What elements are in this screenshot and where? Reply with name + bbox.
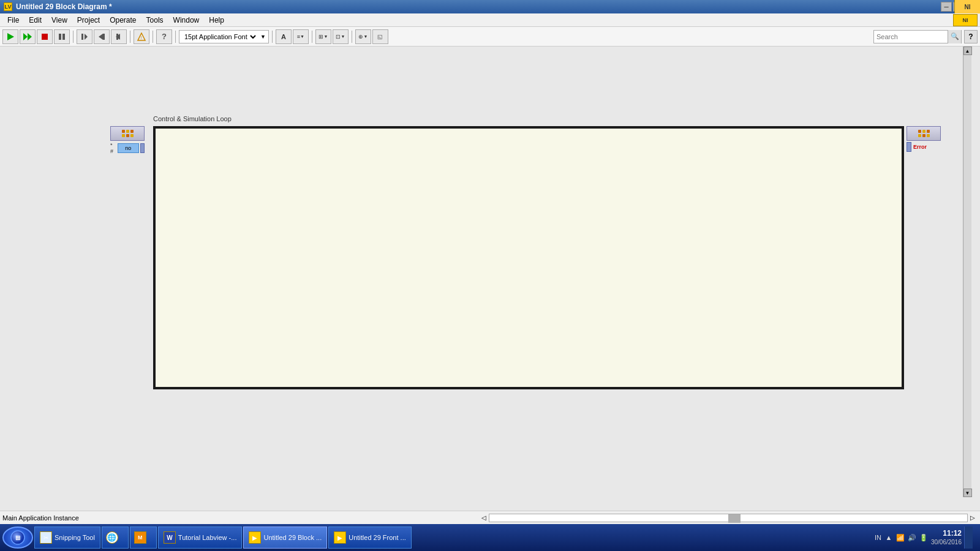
- main-canvas: Control & Simulation Loop: [0, 47, 980, 511]
- scroll-track[interactable]: [964, 55, 971, 489]
- taskbar-word[interactable]: W Tutorial Labview -...: [158, 527, 243, 549]
- matlab-icon: M: [134, 531, 146, 544]
- loop-body[interactable]: [153, 126, 904, 389]
- menu-tools[interactable]: Tools: [141, 15, 168, 26]
- search-input[interactable]: [874, 33, 948, 40]
- input-value-row: * # no: [110, 142, 145, 154]
- svg-marker-0: [7, 33, 14, 40]
- tray-sound-icon[interactable]: 🔊: [907, 533, 917, 542]
- abort-button[interactable]: [37, 29, 53, 44]
- svg-rect-5: [62, 34, 65, 40]
- step-into-button[interactable]: [77, 29, 92, 44]
- input-arrow: [140, 143, 145, 153]
- run-button[interactable]: [2, 29, 18, 44]
- ni-logo-menu: NI: [953, 14, 978, 26]
- taskbar-snipping-tool[interactable]: ✂ Snipping Tool: [34, 527, 100, 549]
- menu-edit[interactable]: Edit: [24, 15, 47, 26]
- labview-logo: NI: [954, 0, 980, 13]
- search-box[interactable]: 🔍: [873, 30, 962, 43]
- svg-text:!: !: [141, 36, 142, 40]
- word-icon: W: [164, 531, 176, 544]
- snipping-tool-icon: ✂: [40, 531, 52, 544]
- tray-power-icon[interactable]: 🔋: [919, 533, 929, 542]
- title-bar: LV Untitled 29 Block Diagram * ─ □ ✕ NI: [0, 0, 980, 13]
- language-indicator: IN: [875, 534, 881, 541]
- tray-arrow-icon[interactable]: ▲: [884, 533, 894, 542]
- svg-rect-11: [116, 34, 118, 40]
- input-value-box[interactable]: no: [118, 143, 139, 153]
- word-label: Tutorial Labview -...: [178, 534, 237, 541]
- tray-network-icon[interactable]: 📶: [895, 533, 905, 542]
- snipping-tool-label: Snipping Tool: [55, 534, 95, 541]
- font-select[interactable]: 15pt Application Font: [182, 32, 258, 41]
- distribute-button[interactable]: ⊡▼: [333, 29, 349, 44]
- toolbar-right: 🔍 ?: [873, 30, 978, 43]
- menu-operate[interactable]: Operate: [105, 15, 141, 26]
- separator-2: [130, 31, 130, 43]
- warning-button[interactable]: !: [134, 29, 149, 44]
- right-scrollbar[interactable]: ▲ ▼: [963, 47, 971, 497]
- scroll-up-arrow[interactable]: ▲: [963, 47, 972, 55]
- separator-6: [312, 31, 312, 43]
- svg-rect-3: [42, 34, 48, 40]
- run-continuously-button[interactable]: [20, 29, 36, 44]
- taskbar-chrome[interactable]: 🌐: [102, 527, 129, 549]
- search-icon[interactable]: 🔍: [948, 30, 961, 43]
- error-label: Error: [912, 143, 928, 151]
- status-scrollbar[interactable]: [489, 514, 968, 522]
- title-icon: LV: [4, 2, 12, 11]
- text-align-button[interactable]: ≡▼: [293, 29, 309, 44]
- status-text: Main Application Instance: [2, 514, 480, 522]
- svg-rect-7: [81, 34, 83, 40]
- step-out-button[interactable]: [111, 29, 127, 44]
- block-diagram-icon: ▶: [249, 531, 261, 544]
- context-help-button[interactable]: ?: [156, 29, 172, 44]
- svg-text:⊞: ⊞: [15, 534, 20, 541]
- menu-project[interactable]: Project: [72, 15, 105, 26]
- system-tray: IN ▲ 📶 🔊 🔋 11:12 30/06/2016: [870, 527, 978, 549]
- help-button[interactable]: ?: [964, 30, 978, 43]
- clock-time: 11:12: [931, 529, 962, 539]
- separator-4: [175, 31, 176, 43]
- front-panel-label: Untitled 29 Front ...: [349, 534, 406, 541]
- pause-button[interactable]: [54, 29, 70, 44]
- clock-date: 30/06/2016: [931, 538, 962, 546]
- show-desktop-button[interactable]: [964, 527, 973, 549]
- taskbar-block-diagram[interactable]: ▶ Untitled 29 Block ...: [243, 527, 327, 549]
- reorder-button[interactable]: ◱: [372, 29, 388, 44]
- canvas-content[interactable]: Control & Simulation Loop: [0, 47, 971, 511]
- align-button[interactable]: ⊞▼: [315, 29, 331, 44]
- font-dropdown[interactable]: 15pt Application Font ▼: [179, 30, 269, 43]
- left-terminal-top[interactable]: [110, 126, 145, 141]
- scroll-thumb: [728, 514, 741, 523]
- chrome-icon: 🌐: [106, 531, 118, 544]
- taskbar-front-panel[interactable]: ▶ Untitled 29 Front ...: [328, 527, 412, 549]
- step-over-button[interactable]: [94, 29, 110, 44]
- svg-marker-2: [28, 33, 32, 40]
- loop-label: Control & Simulation Loop: [153, 115, 232, 122]
- menu-file[interactable]: File: [2, 15, 24, 26]
- start-button[interactable]: ⊞: [2, 527, 33, 549]
- menu-help[interactable]: Help: [204, 15, 229, 26]
- right-connectors: Error: [907, 126, 941, 152]
- error-row: Error: [907, 142, 941, 152]
- tray-icons: ▲ 📶 🔊 🔋: [884, 533, 929, 542]
- separator-3: [153, 31, 153, 43]
- window-title: Untitled 29 Block Diagram *: [16, 2, 941, 11]
- minimize-button[interactable]: ─: [941, 2, 952, 12]
- taskbar: ⊞ ✂ Snipping Tool 🌐 M W Tutorial Labview…: [0, 524, 980, 551]
- clock: 11:12 30/06/2016: [931, 529, 962, 547]
- output-arrow: [907, 142, 911, 152]
- menu-bar: File Edit View Project Operate Tools Win…: [0, 13, 980, 27]
- menu-window[interactable]: Window: [168, 15, 205, 26]
- text-style-button[interactable]: A: [276, 29, 292, 44]
- svg-rect-9: [103, 34, 105, 40]
- menu-view[interactable]: View: [47, 15, 72, 26]
- right-terminal-top[interactable]: [907, 126, 941, 141]
- environment-button[interactable]: ⊕▼: [355, 29, 371, 44]
- simulation-loop: Control & Simulation Loop: [110, 126, 904, 389]
- taskbar-matlab[interactable]: M: [130, 527, 157, 549]
- front-panel-icon: ▶: [334, 531, 346, 544]
- scroll-down-arrow[interactable]: ▼: [963, 489, 972, 497]
- svg-marker-1: [23, 33, 28, 40]
